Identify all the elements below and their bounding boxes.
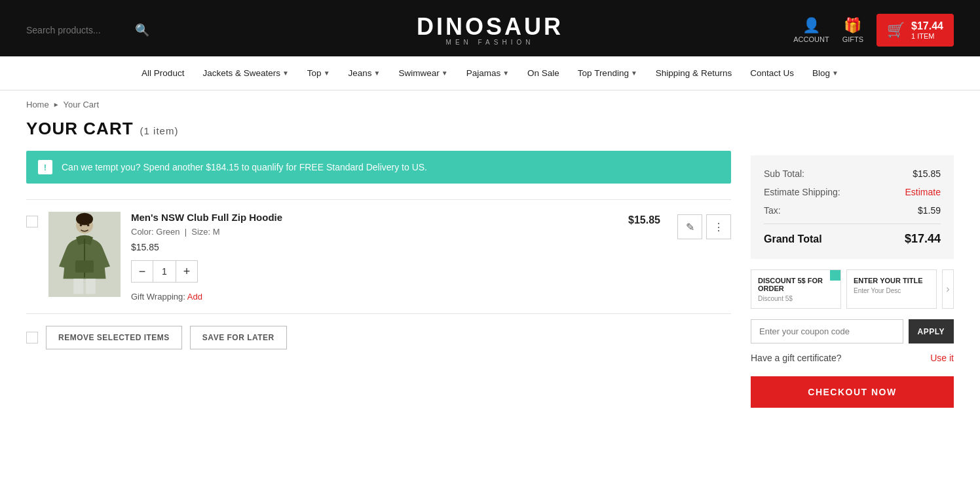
breadcrumb-home[interactable]: Home	[26, 100, 49, 109]
main-nav: All Product Jackets & Sweaters ▼ Top ▼ J…	[0, 56, 980, 90]
save-for-later-button[interactable]: SAVE FOR LATER	[190, 326, 287, 349]
quantity-decrease-button[interactable]: −	[132, 261, 153, 282]
logo-main: DINOSAUR	[258, 15, 722, 39]
nav-shipping-returns[interactable]: Shipping & Returns	[656, 68, 732, 78]
logo: DINOSAUR MEN FASHION	[258, 15, 722, 46]
banner-text: Can we tempt you? Spend another $184.15 …	[62, 162, 427, 172]
gift-certificate-row: Have a gift certificate? Use it	[751, 353, 954, 363]
gift-wrap-label: Gift Wrapping:	[131, 292, 185, 302]
header: 🔍 DINOSAUR MEN FASHION 👤 ACCOUNT 🎁 GIFTS…	[0, 4, 980, 56]
sub-total-value: $15.85	[913, 168, 941, 179]
svg-rect-4	[73, 279, 83, 294]
cart-item-count: (1 item)	[140, 125, 179, 136]
item-total-price: $15.85	[628, 212, 660, 226]
select-all-checkbox[interactable]	[26, 332, 38, 344]
summary-panel: Sub Total: $15.85 Estimate Shipping: Est…	[751, 119, 954, 408]
gift-cert-link[interactable]: Use it	[930, 353, 954, 363]
edit-item-button[interactable]: ✎	[677, 214, 702, 239]
checkout-button[interactable]: CHECKOUT NOW	[751, 376, 954, 408]
discount-card-arrow[interactable]: ›	[942, 269, 954, 309]
cart-item: Men's NSW Club Full Zip Hoodie Color: Gr…	[26, 199, 731, 313]
gift-wrap-link[interactable]: Add	[187, 292, 202, 302]
cart-price: $17.44	[911, 20, 943, 32]
account-button[interactable]: 👤 ACCOUNT	[793, 17, 829, 43]
discount-card-2[interactable]: ENTER YOUR TITLE Enter Your Desc	[846, 269, 937, 309]
edit-icon: ✎	[686, 221, 694, 233]
search-icon[interactable]: 🔍	[135, 23, 149, 37]
breadcrumb-current: Your Cart	[64, 100, 99, 109]
nav-all-product[interactable]: All Product	[141, 68, 184, 78]
item-meta: Color: Green | Size: M	[131, 227, 618, 237]
item-size: M	[213, 227, 220, 237]
item-price-small: $15.85	[131, 242, 618, 252]
item-name: Men's NSW Club Full Zip Hoodie	[131, 212, 618, 223]
gift-wrap: Gift Wrapping: Add	[131, 292, 618, 302]
account-icon: 👤	[802, 17, 820, 34]
nav-jeans[interactable]: Jeans ▼	[349, 68, 381, 78]
quantity-increase-button[interactable]: +	[176, 261, 197, 282]
svg-point-6	[80, 224, 83, 227]
coupon-input[interactable]	[751, 319, 903, 344]
more-icon: ⋮	[713, 221, 724, 233]
chevron-down-icon: ▼	[282, 69, 289, 77]
grand-total-row: Grand Total $17.44	[764, 224, 941, 246]
chevron-down-icon: ▼	[631, 69, 637, 77]
grand-total-value: $17.44	[905, 232, 941, 246]
nav-swimwear[interactable]: Swimwear ▼	[398, 68, 447, 78]
cart-info: $17.44 1 ITEM	[911, 20, 943, 40]
nav-pajamas[interactable]: Pajamas ▼	[466, 68, 509, 78]
cart-count: 1 ITEM	[911, 32, 943, 40]
info-icon: !	[38, 160, 52, 174]
sub-total-label: Sub Total:	[764, 168, 804, 179]
item-actions: ✎ ⋮	[677, 212, 731, 239]
main-content: YOUR CART (1 item) ! Can we tempt you? S…	[0, 119, 980, 434]
chevron-down-icon: ▼	[374, 69, 381, 77]
discount2-title: ENTER YOUR TITLE	[854, 277, 930, 285]
svg-point-1	[76, 213, 93, 226]
chevron-down-icon: ▼	[502, 69, 509, 77]
svg-point-7	[87, 224, 90, 227]
estimate-shipping-link[interactable]: Estimate	[905, 187, 941, 197]
shipping-label: Estimate Shipping:	[764, 187, 840, 197]
breadcrumb: Home ► Your Cart	[0, 90, 980, 119]
svg-rect-5	[86, 279, 96, 294]
nav-on-sale[interactable]: On Sale	[527, 68, 559, 78]
nav-blog[interactable]: Blog ▼	[812, 68, 839, 78]
search-input[interactable]	[26, 25, 131, 35]
header-actions: 👤 ACCOUNT 🎁 GIFTS 🛒 $17.44 1 ITEM	[722, 14, 954, 47]
chevron-down-icon: ▼	[324, 69, 330, 77]
remove-selected-button[interactable]: REMOVE SELECTED ITEMS	[46, 326, 182, 349]
logo-sub: MEN FASHION	[258, 39, 722, 46]
nav-top-trending[interactable]: Top Trending ▼	[578, 68, 637, 78]
tax-value: $1.59	[918, 205, 941, 216]
grand-total-label: Grand Total	[764, 233, 822, 245]
shipping-row: Estimate Shipping: Estimate	[764, 187, 941, 197]
quantity-value: 1	[153, 261, 176, 282]
product-image	[48, 212, 121, 297]
discount-card-flag-1	[830, 270, 840, 281]
bottom-actions: REMOVE SELECTED ITEMS SAVE FOR LATER	[26, 313, 731, 361]
cart-button[interactable]: 🛒 $17.44 1 ITEM	[876, 14, 954, 47]
gifts-label: GIFTS	[842, 35, 863, 43]
more-options-button[interactable]: ⋮	[706, 214, 731, 239]
item-color: Green	[156, 227, 179, 237]
nav-contact-us[interactable]: Contact Us	[750, 68, 794, 78]
discount1-desc: Discount 5$	[758, 295, 834, 302]
apply-coupon-button[interactable]: APPLY	[909, 319, 954, 344]
nav-top[interactable]: Top ▼	[307, 68, 330, 78]
breadcrumb-separator: ►	[53, 101, 60, 108]
cart-section: YOUR CART (1 item) ! Can we tempt you? S…	[26, 119, 731, 408]
item-checkbox[interactable]	[26, 216, 38, 227]
account-label: ACCOUNT	[793, 35, 829, 43]
gift-cert-label: Have a gift certificate?	[751, 353, 842, 363]
gifts-icon: 🎁	[844, 17, 861, 34]
coupon-row: APPLY	[751, 319, 954, 344]
sub-total-row: Sub Total: $15.85	[764, 168, 941, 179]
chevron-down-icon: ▼	[832, 69, 839, 77]
nav-jackets-sweaters[interactable]: Jackets & Sweaters ▼	[202, 68, 288, 78]
discount-card-1[interactable]: DISCOUNT 5$ FOR ORDER Discount 5$	[751, 269, 841, 309]
gifts-button[interactable]: 🎁 GIFTS	[842, 17, 863, 43]
discount-cards: DISCOUNT 5$ FOR ORDER Discount 5$ ENTER …	[751, 269, 954, 309]
quantity-control: − 1 +	[131, 260, 198, 283]
tax-label: Tax:	[764, 205, 781, 216]
